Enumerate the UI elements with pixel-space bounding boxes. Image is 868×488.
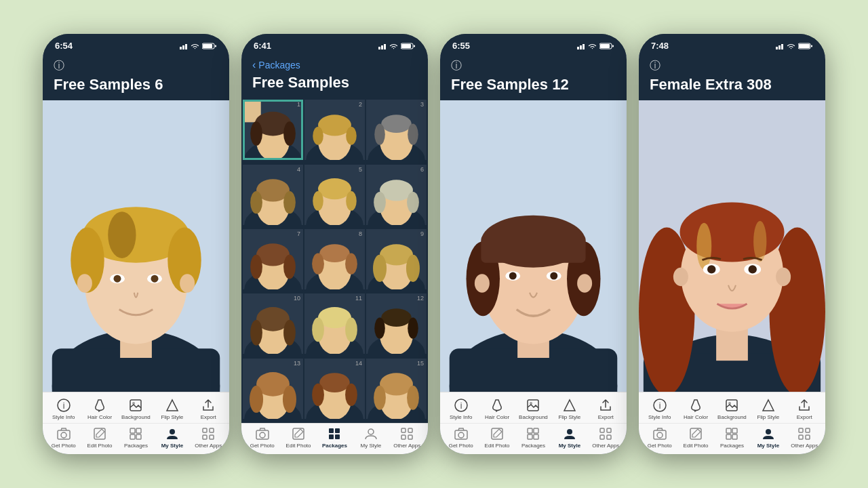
style-info-btn-3[interactable]: i Style Info (446, 398, 476, 420)
my-style-btn-2[interactable]: My Style (356, 426, 386, 449)
grid-item-14[interactable]: 14 (304, 359, 365, 419)
hair-color-btn-3[interactable]: Hair Color (482, 398, 512, 420)
grid-item-11[interactable]: 11 (304, 293, 365, 354)
phone-1: 6:54 ⓘ Free Samples 6 (43, 34, 229, 454)
grid-item-5[interactable]: 5 (304, 165, 365, 225)
export-label-3: Export (598, 414, 614, 420)
hair-grid: 1 2 (241, 98, 428, 423)
style-info-label: Style Info (52, 414, 75, 420)
edit-photo-btn-2[interactable]: Edit Photo (283, 426, 313, 449)
background-btn[interactable]: Background (121, 398, 151, 420)
edit-photo-btn-3[interactable]: Edit Photo (482, 426, 512, 449)
background-icon-4 (724, 398, 739, 413)
packages-btn[interactable]: Packages (121, 426, 151, 449)
wifi-icon-4 (787, 43, 795, 49)
info-icon-3[interactable]: ⓘ (451, 59, 616, 73)
other-apps-label-2: Other Apps (393, 443, 420, 449)
edit-photo-btn-4[interactable]: Edit Photo (681, 426, 711, 449)
packages-icon-2 (327, 426, 342, 441)
grid-item-7[interactable]: 7 (243, 229, 303, 289)
get-photo-btn-4[interactable]: Get Photo (645, 426, 675, 449)
svg-point-200 (753, 221, 766, 262)
style-info-btn-4[interactable]: i Style Info (645, 398, 675, 420)
packages-btn-2[interactable]: Packages (319, 426, 349, 449)
back-nav[interactable]: ‹ Packages (252, 59, 417, 71)
grid-item-9[interactable]: 9 (366, 229, 427, 289)
grid-item-3[interactable]: 3 (366, 100, 427, 160)
get-photo-btn-2[interactable]: Get Photo (248, 426, 277, 449)
grid-item-8[interactable]: 8 (304, 229, 365, 289)
grid-item-10[interactable]: 10 (243, 293, 303, 354)
grid-num-1: 1 (297, 101, 300, 108)
svg-point-165 (550, 272, 557, 280)
flip-style-btn[interactable]: Flip Style (157, 398, 187, 420)
hair-color-label-3: Hair Color (485, 414, 509, 420)
wifi-icon-2 (389, 43, 398, 49)
edit-photo-btn[interactable]: Edit Photo (85, 426, 115, 449)
background-btn-4[interactable]: Background (717, 398, 747, 420)
svg-point-98 (406, 255, 420, 282)
get-photo-label: Get Photo (52, 443, 76, 449)
wifi-icon-3 (588, 43, 597, 49)
export-icon (201, 398, 216, 413)
grid-item-1[interactable]: 1 (243, 100, 303, 160)
flip-style-btn-4[interactable]: Flip Style (753, 398, 783, 420)
background-label: Background (121, 414, 151, 420)
export-btn[interactable]: Export (193, 398, 223, 420)
other-apps-icon (201, 426, 216, 441)
svg-rect-148 (580, 45, 582, 49)
svg-rect-31 (130, 434, 135, 439)
grid-num-6: 6 (420, 166, 424, 173)
info-icon-1[interactable]: ⓘ (54, 59, 218, 73)
svg-rect-182 (607, 428, 611, 432)
svg-marker-25 (167, 400, 178, 411)
other-apps-btn-4[interactable]: Other Apps (789, 426, 819, 449)
flip-style-icon-4 (761, 398, 776, 413)
export-btn-3[interactable]: Export (591, 398, 620, 420)
packages-btn-3[interactable]: Packages (518, 426, 548, 449)
background-btn-3[interactable]: Background (518, 398, 548, 420)
other-apps-btn-2[interactable]: Other Apps (392, 426, 422, 449)
grid-item-12[interactable]: 12 (366, 293, 427, 354)
grid-item-2[interactable]: 2 (304, 100, 365, 160)
my-style-btn-3[interactable]: My Style (555, 426, 585, 449)
export-btn-4[interactable]: Export (789, 398, 819, 420)
status-bar-2: 6:41 (241, 34, 428, 54)
toolbar-bottom-3: Get Photo Edit Photo Packages (440, 424, 627, 454)
screen-1: ⓘ Free Samples 6 (43, 54, 229, 454)
grid-person-6 (366, 165, 427, 225)
other-apps-btn[interactable]: Other Apps (193, 426, 223, 449)
phone-2: 6:41 ‹ Packages Free Samples 1 (241, 34, 428, 454)
svg-point-180 (567, 429, 572, 434)
svg-rect-42 (401, 44, 411, 48)
svg-rect-144 (408, 428, 412, 432)
portrait-4 (639, 100, 825, 392)
other-apps-btn-3[interactable]: Other Apps (591, 426, 620, 449)
hair-color-label-4: Hair Color (684, 414, 708, 420)
hair-color-btn[interactable]: Hair Color (85, 398, 115, 420)
packages-btn-4[interactable]: Packages (717, 426, 747, 449)
info-icon-4[interactable]: ⓘ (650, 59, 814, 73)
grid-item-4[interactable]: 4 (243, 165, 303, 225)
grid-item-13[interactable]: 13 (243, 359, 303, 419)
export-icon-4 (797, 398, 812, 413)
get-photo-label-3: Get Photo (449, 443, 473, 449)
svg-point-114 (381, 309, 412, 327)
grid-item-15[interactable]: 15 (366, 359, 427, 419)
svg-rect-4 (203, 44, 212, 48)
hair-color-btn-4[interactable]: Hair Color (681, 398, 711, 420)
grid-item-6[interactable]: 6 (366, 165, 427, 225)
svg-point-206 (776, 268, 791, 287)
grid-person-15 (366, 359, 427, 419)
get-photo-btn-3[interactable]: Get Photo (446, 426, 476, 449)
svg-point-167 (577, 274, 592, 293)
svg-rect-38 (378, 47, 380, 49)
my-style-btn-1[interactable]: My Style (157, 426, 187, 449)
get-photo-btn[interactable]: Get Photo (49, 426, 79, 449)
style-info-btn[interactable]: i Style Info (49, 398, 79, 420)
camera-icon-3 (454, 426, 469, 441)
svg-point-121 (250, 386, 263, 413)
flip-style-btn-3[interactable]: Flip Style (555, 398, 585, 420)
my-style-btn-4[interactable]: My Style (753, 426, 783, 449)
svg-point-62 (408, 124, 418, 145)
